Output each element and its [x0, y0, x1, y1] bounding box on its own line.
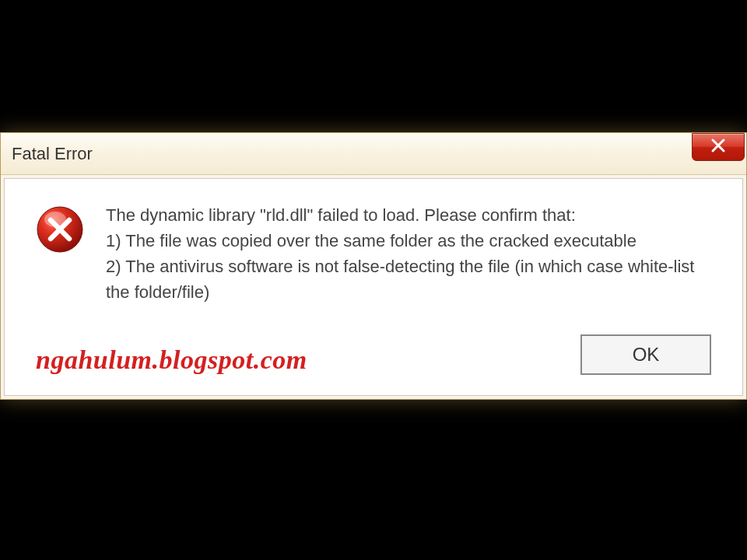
titlebar[interactable]: Fatal Error	[1, 133, 746, 175]
dialog-title: Fatal Error	[12, 144, 93, 164]
error-message: The dynamic library "rld.dll" failed to …	[106, 202, 711, 305]
error-icon	[36, 205, 84, 257]
error-dialog: Fatal Error	[0, 132, 747, 400]
watermark-text: ngahulum.blogspot.com	[36, 345, 307, 375]
content-area: The dynamic library "rld.dll" failed to …	[4, 178, 743, 396]
ok-button[interactable]: OK	[580, 334, 711, 375]
close-icon	[710, 137, 727, 157]
button-row: ngahulum.blogspot.com OK	[36, 334, 711, 375]
close-button[interactable]	[692, 133, 745, 161]
message-row: The dynamic library "rld.dll" failed to …	[36, 202, 711, 305]
